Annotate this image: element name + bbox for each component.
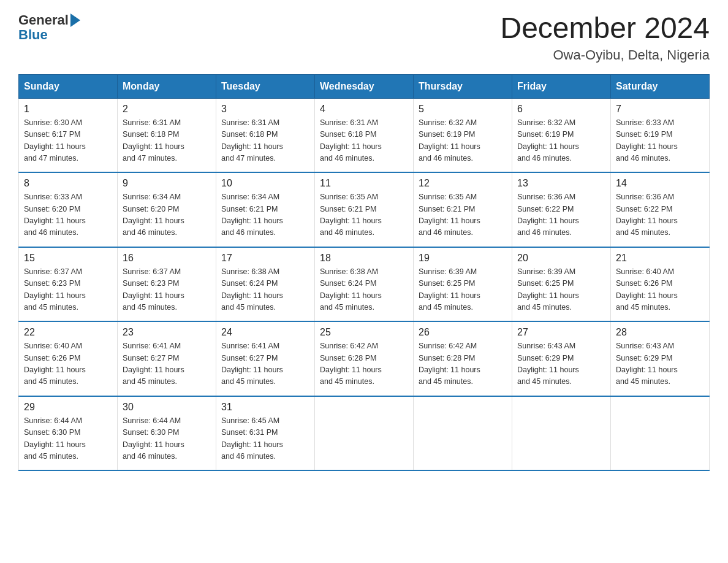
header-friday: Friday	[512, 74, 611, 98]
calendar-cell: 12Sunrise: 6:35 AMSunset: 6:21 PMDayligh…	[414, 172, 512, 247]
day-number: 27	[517, 327, 605, 338]
calendar-week-row: 15Sunrise: 6:37 AMSunset: 6:23 PMDayligh…	[19, 247, 710, 322]
day-info: Sunrise: 6:36 AMSunset: 6:22 PMDaylight:…	[616, 191, 704, 239]
day-number: 26	[419, 327, 507, 338]
day-info: Sunrise: 6:38 AMSunset: 6:24 PMDaylight:…	[221, 266, 309, 314]
calendar-header-row: Sunday Monday Tuesday Wednesday Thursday…	[19, 74, 710, 98]
calendar-cell: 14Sunrise: 6:36 AMSunset: 6:22 PMDayligh…	[611, 172, 710, 247]
day-info: Sunrise: 6:42 AMSunset: 6:28 PMDaylight:…	[419, 340, 507, 388]
calendar-cell: 20Sunrise: 6:39 AMSunset: 6:25 PMDayligh…	[512, 247, 611, 322]
day-number: 24	[221, 327, 309, 338]
day-info: Sunrise: 6:37 AMSunset: 6:23 PMDaylight:…	[123, 266, 211, 314]
title-block: December 2024 Owa-Oyibu, Delta, Nigeria	[500, 12, 710, 63]
day-info: Sunrise: 6:31 AMSunset: 6:18 PMDaylight:…	[320, 117, 408, 165]
day-info: Sunrise: 6:37 AMSunset: 6:23 PMDaylight:…	[24, 266, 112, 314]
calendar-cell: 23Sunrise: 6:41 AMSunset: 6:27 PMDayligh…	[118, 321, 216, 396]
day-info: Sunrise: 6:45 AMSunset: 6:31 PMDaylight:…	[221, 415, 309, 463]
calendar-cell: 21Sunrise: 6:40 AMSunset: 6:26 PMDayligh…	[611, 247, 710, 322]
day-number: 19	[419, 253, 507, 264]
header-tuesday: Tuesday	[216, 74, 315, 98]
calendar-cell: 1Sunrise: 6:30 AMSunset: 6:17 PMDaylight…	[19, 98, 118, 172]
header-wednesday: Wednesday	[315, 74, 414, 98]
day-number: 29	[24, 402, 112, 413]
calendar-cell: 29Sunrise: 6:44 AMSunset: 6:30 PMDayligh…	[19, 396, 118, 471]
day-info: Sunrise: 6:33 AMSunset: 6:19 PMDaylight:…	[616, 117, 704, 165]
calendar-cell: 7Sunrise: 6:33 AMSunset: 6:19 PMDaylight…	[611, 98, 710, 172]
day-number: 17	[221, 253, 309, 264]
page-header: General Blue December 2024 Owa-Oyibu, De…	[18, 12, 710, 63]
day-info: Sunrise: 6:39 AMSunset: 6:25 PMDaylight:…	[419, 266, 507, 314]
day-number: 11	[320, 178, 408, 189]
calendar-cell	[315, 396, 414, 471]
calendar-cell: 26Sunrise: 6:42 AMSunset: 6:28 PMDayligh…	[414, 321, 512, 396]
day-number: 10	[221, 178, 309, 189]
logo-general-label: General	[18, 12, 69, 28]
day-number: 5	[419, 104, 507, 115]
day-info: Sunrise: 6:43 AMSunset: 6:29 PMDaylight:…	[616, 340, 704, 388]
calendar-cell	[611, 396, 710, 471]
calendar-week-row: 8Sunrise: 6:33 AMSunset: 6:20 PMDaylight…	[19, 172, 710, 247]
day-info: Sunrise: 6:35 AMSunset: 6:21 PMDaylight:…	[320, 191, 408, 239]
calendar-cell: 16Sunrise: 6:37 AMSunset: 6:23 PMDayligh…	[118, 247, 216, 322]
calendar-week-row: 1Sunrise: 6:30 AMSunset: 6:17 PMDaylight…	[19, 98, 710, 172]
calendar-cell: 9Sunrise: 6:34 AMSunset: 6:20 PMDaylight…	[118, 172, 216, 247]
calendar-cell: 27Sunrise: 6:43 AMSunset: 6:29 PMDayligh…	[512, 321, 611, 396]
header-monday: Monday	[118, 74, 216, 98]
calendar-cell	[414, 396, 512, 471]
day-number: 23	[123, 327, 211, 338]
logo-general-text: General	[18, 12, 80, 28]
day-number: 28	[616, 327, 704, 338]
day-number: 16	[123, 253, 211, 264]
day-info: Sunrise: 6:39 AMSunset: 6:25 PMDaylight:…	[517, 266, 605, 314]
calendar-cell: 18Sunrise: 6:38 AMSunset: 6:24 PMDayligh…	[315, 247, 414, 322]
calendar-cell: 3Sunrise: 6:31 AMSunset: 6:18 PMDaylight…	[216, 98, 315, 172]
day-number: 1	[24, 104, 112, 115]
calendar-cell: 4Sunrise: 6:31 AMSunset: 6:18 PMDaylight…	[315, 98, 414, 172]
day-number: 7	[616, 104, 704, 115]
calendar-cell: 31Sunrise: 6:45 AMSunset: 6:31 PMDayligh…	[216, 396, 315, 471]
day-info: Sunrise: 6:40 AMSunset: 6:26 PMDaylight:…	[24, 340, 112, 388]
logo: General Blue	[18, 12, 80, 43]
logo-triangle-icon	[70, 13, 80, 27]
day-info: Sunrise: 6:41 AMSunset: 6:27 PMDaylight:…	[221, 340, 309, 388]
logo-blue-label: Blue	[18, 27, 80, 43]
calendar-cell: 2Sunrise: 6:31 AMSunset: 6:18 PMDaylight…	[118, 98, 216, 172]
day-info: Sunrise: 6:31 AMSunset: 6:18 PMDaylight:…	[221, 117, 309, 165]
calendar-week-row: 29Sunrise: 6:44 AMSunset: 6:30 PMDayligh…	[19, 396, 710, 471]
day-number: 6	[517, 104, 605, 115]
day-info: Sunrise: 6:35 AMSunset: 6:21 PMDaylight:…	[419, 191, 507, 239]
day-info: Sunrise: 6:38 AMSunset: 6:24 PMDaylight:…	[320, 266, 408, 314]
day-info: Sunrise: 6:44 AMSunset: 6:30 PMDaylight:…	[123, 415, 211, 463]
calendar-cell: 30Sunrise: 6:44 AMSunset: 6:30 PMDayligh…	[118, 396, 216, 471]
day-number: 9	[123, 178, 211, 189]
day-number: 12	[419, 178, 507, 189]
day-info: Sunrise: 6:31 AMSunset: 6:18 PMDaylight:…	[123, 117, 211, 165]
day-info: Sunrise: 6:30 AMSunset: 6:17 PMDaylight:…	[24, 117, 112, 165]
calendar-cell: 15Sunrise: 6:37 AMSunset: 6:23 PMDayligh…	[19, 247, 118, 322]
day-info: Sunrise: 6:41 AMSunset: 6:27 PMDaylight:…	[123, 340, 211, 388]
calendar-cell: 8Sunrise: 6:33 AMSunset: 6:20 PMDaylight…	[19, 172, 118, 247]
header-saturday: Saturday	[611, 74, 710, 98]
day-number: 20	[517, 253, 605, 264]
day-number: 2	[123, 104, 211, 115]
day-number: 31	[221, 402, 309, 413]
calendar-cell: 17Sunrise: 6:38 AMSunset: 6:24 PMDayligh…	[216, 247, 315, 322]
location-title: Owa-Oyibu, Delta, Nigeria	[500, 47, 710, 63]
day-info: Sunrise: 6:42 AMSunset: 6:28 PMDaylight:…	[320, 340, 408, 388]
day-number: 18	[320, 253, 408, 264]
calendar-cell: 5Sunrise: 6:32 AMSunset: 6:19 PMDaylight…	[414, 98, 512, 172]
day-number: 25	[320, 327, 408, 338]
day-info: Sunrise: 6:36 AMSunset: 6:22 PMDaylight:…	[517, 191, 605, 239]
calendar-cell: 22Sunrise: 6:40 AMSunset: 6:26 PMDayligh…	[19, 321, 118, 396]
day-info: Sunrise: 6:44 AMSunset: 6:30 PMDaylight:…	[24, 415, 112, 463]
calendar-cell: 19Sunrise: 6:39 AMSunset: 6:25 PMDayligh…	[414, 247, 512, 322]
calendar-cell	[512, 396, 611, 471]
day-number: 22	[24, 327, 112, 338]
day-info: Sunrise: 6:34 AMSunset: 6:21 PMDaylight:…	[221, 191, 309, 239]
day-info: Sunrise: 6:40 AMSunset: 6:26 PMDaylight:…	[616, 266, 704, 314]
calendar-cell: 11Sunrise: 6:35 AMSunset: 6:21 PMDayligh…	[315, 172, 414, 247]
day-info: Sunrise: 6:32 AMSunset: 6:19 PMDaylight:…	[419, 117, 507, 165]
day-number: 4	[320, 104, 408, 115]
day-number: 3	[221, 104, 309, 115]
day-number: 15	[24, 253, 112, 264]
